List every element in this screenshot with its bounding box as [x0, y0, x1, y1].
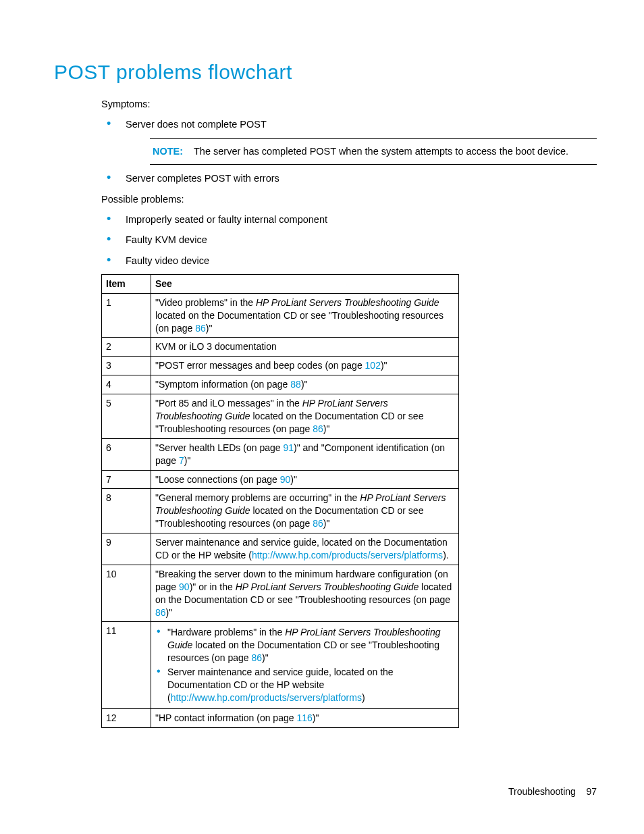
table-row: 6 "Server health LEDs (on page 91)" and … [102, 438, 459, 470]
symptom-text: Server does not complete POST [126, 119, 267, 130]
list-item: Faulty video device [101, 254, 597, 267]
item-number: 2 [102, 338, 151, 357]
body-content: Symptoms: Server does not complete POST … [101, 97, 597, 728]
col-header-item: Item [102, 274, 151, 293]
possible-problems-label: Possible problems: [101, 192, 597, 206]
table-row: 1 "Video problems" in the HP ProLiant Se… [102, 293, 459, 338]
page-link[interactable]: 116 [296, 712, 312, 723]
inner-list: "Hardware problems" in the HP ProLiant S… [155, 626, 454, 704]
item-number: 3 [102, 357, 151, 375]
url-link[interactable]: http://www.hp.com/products/servers/platf… [171, 692, 362, 703]
see-cell: "POST error messages and beep codes (on … [151, 357, 459, 375]
see-cell: "HP contact information (on page 116)" [151, 708, 459, 727]
table-row: 12 "HP contact information (on page 116)… [102, 708, 459, 727]
page-link[interactable]: 86 [155, 607, 166, 618]
item-number: 12 [102, 708, 151, 727]
item-number: 4 [102, 375, 151, 394]
list-item: Faulty KVM device [101, 233, 597, 246]
page-footer: Troubleshooting 97 [508, 786, 597, 797]
table-row: 4 "Symptom information (on page 88)" [102, 375, 459, 394]
footer-page-number: 97 [586, 786, 597, 797]
symptom-text: Server completes POST with errors [126, 173, 279, 184]
list-item: Server completes POST with errors [101, 172, 597, 185]
table-row: 11 "Hardware problems" in the HP ProLian… [102, 622, 459, 708]
table-row: 2 KVM or iLO 3 documentation [102, 338, 459, 357]
item-number: 6 [102, 438, 151, 470]
page-title: POST problems flowchart [54, 61, 597, 84]
see-cell: "General memory problems are occurring" … [151, 489, 459, 533]
url-link[interactable]: http://www.hp.com/products/servers/platf… [252, 550, 443, 561]
list-item: Server maintenance and service guide, lo… [155, 666, 454, 704]
table-row: 9 Server maintenance and service guide, … [102, 533, 459, 565]
item-number: 9 [102, 533, 151, 565]
list-item: Server does not complete POST NOTE: The … [101, 118, 597, 165]
possible-problems-list: Improperly seated or faulty internal com… [101, 213, 597, 267]
page-link[interactable]: 86 [313, 518, 323, 529]
page-link[interactable]: 91 [283, 442, 294, 453]
table-row: 10 "Breaking the server down to the mini… [102, 565, 459, 622]
symptoms-list: Server does not complete POST NOTE: The … [101, 118, 597, 185]
see-cell: "Breaking the server down to the minimum… [151, 565, 459, 622]
item-number: 11 [102, 622, 151, 708]
see-cell: "Port 85 and iLO messages" in the HP Pro… [151, 394, 459, 439]
reference-table: Item See 1 "Video problems" in the HP Pr… [101, 274, 459, 728]
see-cell: "Server health LEDs (on page 91)" and "C… [151, 438, 459, 470]
see-cell: "Hardware problems" in the HP ProLiant S… [151, 622, 459, 708]
page-link[interactable]: 86 [252, 652, 263, 663]
footer-section: Troubleshooting [508, 786, 576, 797]
see-cell: "Symptom information (on page 88)" [151, 375, 459, 394]
see-cell: "Loose connections (on page 90)" [151, 470, 459, 489]
item-number: 1 [102, 293, 151, 338]
page-link[interactable]: 90 [280, 474, 291, 485]
page-link[interactable]: 86 [195, 323, 206, 334]
see-cell: KVM or iLO 3 documentation [151, 338, 459, 357]
see-cell: Server maintenance and service guide, lo… [151, 533, 459, 565]
page: POST problems flowchart Symptoms: Server… [0, 0, 644, 834]
list-item: "Hardware problems" in the HP ProLiant S… [155, 626, 454, 664]
table-row: 7 "Loose connections (on page 90)" [102, 470, 459, 489]
item-number: 10 [102, 565, 151, 622]
note-block: NOTE: The server has completed POST when… [150, 138, 597, 165]
page-link[interactable]: 90 [179, 581, 190, 592]
table-row: 8 "General memory problems are occurring… [102, 489, 459, 533]
note-text: The server has completed POST when the s… [194, 146, 568, 157]
page-link[interactable]: 88 [290, 379, 301, 390]
col-header-see: See [151, 274, 459, 293]
list-item: Improperly seated or faulty internal com… [101, 213, 597, 226]
item-number: 8 [102, 489, 151, 533]
page-link[interactable]: 7 [179, 455, 184, 466]
symptoms-label: Symptoms: [101, 97, 597, 111]
see-cell: "Video problems" in the HP ProLiant Serv… [151, 293, 459, 338]
item-number: 5 [102, 394, 151, 439]
note-label: NOTE: [153, 146, 183, 157]
table-row: 5 "Port 85 and iLO messages" in the HP P… [102, 394, 459, 439]
table-row: 3 "POST error messages and beep codes (o… [102, 357, 459, 375]
table-header-row: Item See [102, 274, 459, 293]
page-link[interactable]: 102 [365, 360, 381, 371]
page-link[interactable]: 86 [313, 423, 323, 434]
item-number: 7 [102, 470, 151, 489]
